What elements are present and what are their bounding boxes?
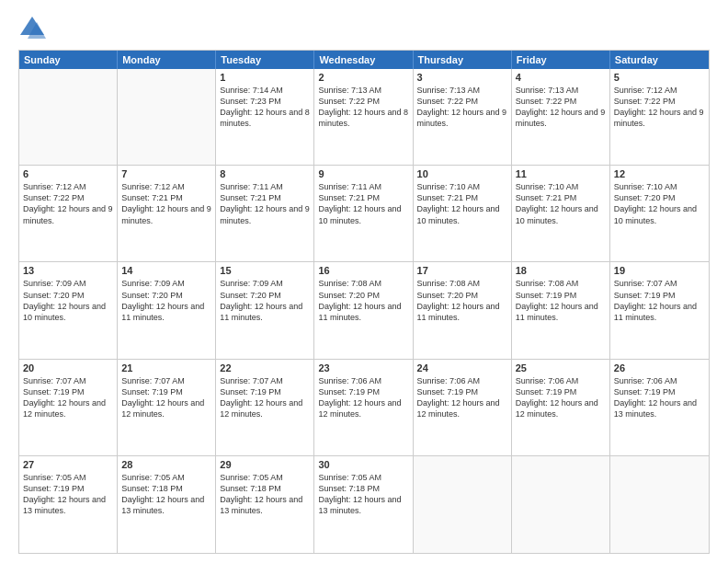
calendar-cell: 24 Sunrise: 7:06 AMSunset: 7:19 PMDaylig…: [414, 360, 512, 455]
cell-info: Sunrise: 7:12 AMSunset: 7:22 PMDaylight:…: [614, 85, 705, 130]
calendar-cell: 3 Sunrise: 7:13 AMSunset: 7:22 PMDayligh…: [414, 69, 512, 165]
cell-info: Sunrise: 7:05 AMSunset: 7:18 PMDaylight:…: [121, 472, 211, 517]
cell-info: Sunrise: 7:08 AMSunset: 7:19 PMDaylight:…: [516, 278, 606, 323]
calendar-cell: 15 Sunrise: 7:09 AMSunset: 7:20 PMDaylig…: [216, 262, 314, 358]
cell-info: Sunrise: 7:09 AMSunset: 7:20 PMDaylight:…: [23, 278, 113, 323]
day-number: 13: [23, 265, 113, 276]
day-number: 10: [417, 168, 507, 179]
day-number: 8: [220, 168, 310, 179]
day-number: 9: [318, 168, 408, 179]
calendar-cell: [118, 69, 216, 165]
cal-header-day: Tuesday: [216, 51, 314, 69]
day-number: 25: [516, 362, 606, 373]
calendar-cell: 16 Sunrise: 7:08 AMSunset: 7:20 PMDaylig…: [314, 262, 413, 358]
day-number: 19: [614, 265, 705, 276]
calendar-week: 13 Sunrise: 7:09 AMSunset: 7:20 PMDaylig…: [19, 262, 709, 359]
day-number: 1: [220, 72, 310, 83]
cell-info: Sunrise: 7:11 AMSunset: 7:21 PMDaylight:…: [318, 181, 408, 226]
cal-header-day: Wednesday: [314, 51, 413, 69]
cell-info: Sunrise: 7:06 AMSunset: 7:19 PMDaylight:…: [417, 375, 507, 420]
cell-info: Sunrise: 7:06 AMSunset: 7:19 PMDaylight:…: [516, 375, 606, 420]
day-number: 17: [417, 265, 507, 276]
cell-info: Sunrise: 7:12 AMSunset: 7:22 PMDaylight:…: [23, 181, 113, 226]
calendar-cell: 19 Sunrise: 7:07 AMSunset: 7:19 PMDaylig…: [610, 262, 709, 358]
calendar-cell: 21 Sunrise: 7:07 AMSunset: 7:19 PMDaylig…: [118, 360, 216, 455]
cell-info: Sunrise: 7:10 AMSunset: 7:20 PMDaylight:…: [614, 181, 705, 226]
day-number: 18: [516, 265, 606, 276]
cell-info: Sunrise: 7:14 AMSunset: 7:23 PMDaylight:…: [220, 85, 310, 130]
calendar-week: 6 Sunrise: 7:12 AMSunset: 7:22 PMDayligh…: [19, 166, 709, 262]
cell-info: Sunrise: 7:13 AMSunset: 7:22 PMDaylight:…: [318, 85, 408, 130]
cal-header-day: Thursday: [414, 51, 512, 69]
cell-info: Sunrise: 7:10 AMSunset: 7:21 PMDaylight:…: [516, 181, 606, 226]
cell-info: Sunrise: 7:05 AMSunset: 7:18 PMDaylight:…: [220, 472, 310, 517]
calendar-cell: 9 Sunrise: 7:11 AMSunset: 7:21 PMDayligh…: [314, 166, 413, 261]
calendar-cell: 7 Sunrise: 7:12 AMSunset: 7:21 PMDayligh…: [118, 166, 216, 261]
day-number: 29: [220, 459, 310, 470]
cal-header-day: Saturday: [610, 51, 709, 69]
day-number: 6: [23, 168, 113, 179]
calendar-cell: [512, 456, 610, 553]
calendar-cell: 22 Sunrise: 7:07 AMSunset: 7:19 PMDaylig…: [216, 360, 314, 455]
day-number: 4: [516, 72, 606, 83]
cell-info: Sunrise: 7:06 AMSunset: 7:19 PMDaylight:…: [318, 375, 408, 420]
cal-header-day: Sunday: [19, 51, 118, 69]
calendar-cell: [610, 456, 709, 553]
cell-info: Sunrise: 7:08 AMSunset: 7:20 PMDaylight:…: [318, 278, 408, 323]
calendar-cell: 2 Sunrise: 7:13 AMSunset: 7:22 PMDayligh…: [314, 69, 413, 165]
cell-info: Sunrise: 7:09 AMSunset: 7:20 PMDaylight:…: [220, 278, 310, 323]
calendar-body: 1 Sunrise: 7:14 AMSunset: 7:23 PMDayligh…: [19, 69, 709, 553]
cell-info: Sunrise: 7:07 AMSunset: 7:19 PMDaylight:…: [614, 278, 705, 323]
calendar-cell: 4 Sunrise: 7:13 AMSunset: 7:22 PMDayligh…: [512, 69, 610, 165]
day-number: 14: [121, 265, 211, 276]
calendar-cell: 18 Sunrise: 7:08 AMSunset: 7:19 PMDaylig…: [512, 262, 610, 358]
calendar-cell: 29 Sunrise: 7:05 AMSunset: 7:18 PMDaylig…: [216, 456, 314, 553]
calendar-week: 27 Sunrise: 7:05 AMSunset: 7:19 PMDaylig…: [19, 456, 709, 553]
logo: [18, 15, 50, 42]
calendar-cell: [414, 456, 512, 553]
calendar-cell: 26 Sunrise: 7:06 AMSunset: 7:19 PMDaylig…: [610, 360, 709, 455]
cell-info: Sunrise: 7:09 AMSunset: 7:20 PMDaylight:…: [121, 278, 211, 323]
cell-info: Sunrise: 7:13 AMSunset: 7:22 PMDaylight:…: [516, 85, 606, 130]
cal-header-day: Friday: [512, 51, 610, 69]
day-number: 23: [318, 362, 408, 373]
day-number: 2: [318, 72, 408, 83]
calendar-week: 1 Sunrise: 7:14 AMSunset: 7:23 PMDayligh…: [19, 69, 709, 166]
calendar-cell: 20 Sunrise: 7:07 AMSunset: 7:19 PMDaylig…: [19, 360, 118, 455]
day-number: 3: [417, 72, 507, 83]
calendar-cell: 17 Sunrise: 7:08 AMSunset: 7:20 PMDaylig…: [414, 262, 512, 358]
calendar-cell: 14 Sunrise: 7:09 AMSunset: 7:20 PMDaylig…: [118, 262, 216, 358]
day-number: 27: [23, 459, 113, 470]
calendar-cell: 27 Sunrise: 7:05 AMSunset: 7:19 PMDaylig…: [19, 456, 118, 553]
calendar-cell: 8 Sunrise: 7:11 AMSunset: 7:21 PMDayligh…: [216, 166, 314, 261]
cell-info: Sunrise: 7:10 AMSunset: 7:21 PMDaylight:…: [417, 181, 507, 226]
day-number: 30: [318, 459, 408, 470]
calendar-cell: 30 Sunrise: 7:05 AMSunset: 7:18 PMDaylig…: [314, 456, 413, 553]
cell-info: Sunrise: 7:11 AMSunset: 7:21 PMDaylight:…: [220, 181, 310, 226]
day-number: 15: [220, 265, 310, 276]
calendar-cell: 6 Sunrise: 7:12 AMSunset: 7:22 PMDayligh…: [19, 166, 118, 261]
calendar-cell: 5 Sunrise: 7:12 AMSunset: 7:22 PMDayligh…: [610, 69, 709, 165]
cell-info: Sunrise: 7:05 AMSunset: 7:18 PMDaylight:…: [318, 472, 408, 517]
calendar-cell: 1 Sunrise: 7:14 AMSunset: 7:23 PMDayligh…: [216, 69, 314, 165]
header: [18, 15, 710, 42]
calendar-cell: 12 Sunrise: 7:10 AMSunset: 7:20 PMDaylig…: [610, 166, 709, 261]
calendar-cell: 23 Sunrise: 7:06 AMSunset: 7:19 PMDaylig…: [314, 360, 413, 455]
day-number: 16: [318, 265, 408, 276]
day-number: 22: [220, 362, 310, 373]
calendar-cell: 10 Sunrise: 7:10 AMSunset: 7:21 PMDaylig…: [414, 166, 512, 261]
calendar-cell: [19, 69, 118, 165]
calendar-header: SundayMondayTuesdayWednesdayThursdayFrid…: [19, 51, 709, 69]
day-number: 5: [614, 72, 705, 83]
cell-info: Sunrise: 7:06 AMSunset: 7:19 PMDaylight:…: [614, 375, 705, 420]
day-number: 28: [121, 459, 211, 470]
cell-info: Sunrise: 7:13 AMSunset: 7:22 PMDaylight:…: [417, 85, 507, 130]
cell-info: Sunrise: 7:07 AMSunset: 7:19 PMDaylight:…: [23, 375, 113, 420]
calendar: SundayMondayTuesdayWednesdayThursdayFrid…: [18, 50, 710, 554]
logo-icon: [18, 15, 46, 42]
cell-info: Sunrise: 7:05 AMSunset: 7:19 PMDaylight:…: [23, 472, 113, 517]
calendar-cell: 25 Sunrise: 7:06 AMSunset: 7:19 PMDaylig…: [512, 360, 610, 455]
cal-header-day: Monday: [118, 51, 216, 69]
page: SundayMondayTuesdayWednesdayThursdayFrid…: [0, 0, 728, 563]
calendar-cell: 28 Sunrise: 7:05 AMSunset: 7:18 PMDaylig…: [118, 456, 216, 553]
